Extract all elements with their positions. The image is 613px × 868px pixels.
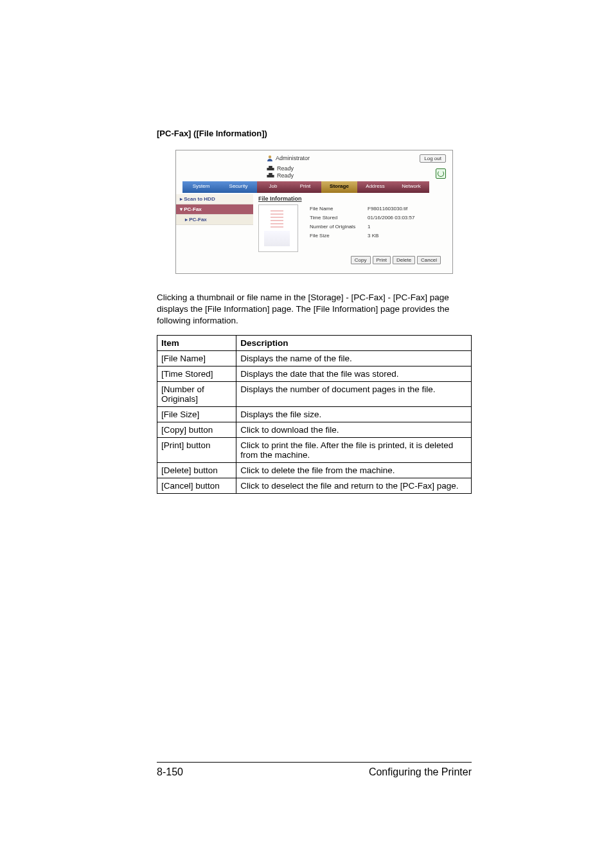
tab-job[interactable]: Job <box>257 181 289 193</box>
tab-print[interactable]: Print <box>289 181 321 193</box>
label-timestored: Time Stored <box>310 215 368 221</box>
body-paragraph: Clicking a thumbnail or file name in the… <box>157 292 472 327</box>
file-thumbnail[interactable] <box>258 204 298 252</box>
status-line-2: Ready <box>266 172 294 179</box>
printer-icon <box>266 165 275 172</box>
section-heading: [PC-Fax] ([File Information]) <box>157 129 472 138</box>
tab-system[interactable]: System <box>182 181 220 193</box>
logout-button[interactable]: Log out <box>420 154 446 163</box>
table-header-item: Item <box>157 335 236 350</box>
table-row: [File Name]Displays the name of the file… <box>157 350 472 366</box>
status-line-1: Ready <box>266 165 294 172</box>
label-filesize: File Size <box>310 233 368 239</box>
label-filename: File Name <box>310 206 368 212</box>
table-row: [File Size]Displays the file size. <box>157 406 472 422</box>
value-filename: F98011603030.tif <box>368 206 447 212</box>
cancel-button[interactable]: Cancel <box>417 256 441 264</box>
page-number: 8-150 <box>157 766 183 778</box>
table-row: [Number of Originals]Displays the number… <box>157 381 472 406</box>
page-footer: 8-150 Configuring the Printer <box>157 762 472 778</box>
value-filesize: 3 KB <box>368 233 447 239</box>
sidebar-item-scan[interactable]: ▸ Scan to HDD <box>176 194 253 204</box>
table-header-desc: Description <box>236 335 472 350</box>
refresh-icon[interactable] <box>436 168 446 179</box>
table-row: [Print] buttonClick to print the file. A… <box>157 437 472 462</box>
svg-point-0 <box>269 156 271 158</box>
tab-address[interactable]: Address <box>357 181 393 193</box>
table-row: [Time Stored]Displays the date that the … <box>157 366 472 381</box>
table-row: [Copy] buttonClick to download the file. <box>157 422 472 437</box>
tab-bar: System Security Job Print Storage Addres… <box>176 181 452 193</box>
copy-button[interactable]: Copy <box>351 256 371 264</box>
printer-icon <box>266 172 275 179</box>
sidebar-item-pcfax-sub[interactable]: ▸ PC-Fax <box>176 215 253 225</box>
tab-security[interactable]: Security <box>220 181 257 193</box>
content-title: File Information <box>258 195 447 202</box>
table-row: [Delete] buttonClick to delete the file … <box>157 462 472 478</box>
tab-network[interactable]: Network <box>393 181 429 193</box>
label-numoriginals: Number of Originals <box>310 224 368 230</box>
embedded-screenshot: Administrator Log out Ready Ready System… <box>175 150 453 274</box>
admin-label: Administrator <box>276 155 310 161</box>
sidebar: ▸ Scan to HDD ▾ PC-Fax ▸ PC-Fax <box>176 193 253 273</box>
tab-storage[interactable]: Storage <box>321 181 357 193</box>
section-title: Configuring the Printer <box>369 766 472 778</box>
info-table: Item Description [File Name]Displays the… <box>157 335 472 494</box>
admin-indicator: Administrator <box>266 154 310 162</box>
value-numoriginals: 1 <box>368 224 447 230</box>
print-button[interactable]: Print <box>373 256 391 264</box>
table-row: [Cancel] buttonClick to deselect the fil… <box>157 478 472 493</box>
sidebar-item-pcfax[interactable]: ▾ PC-Fax <box>176 204 253 215</box>
value-timestored: 01/16/2006 03:03:57 <box>368 215 447 221</box>
delete-button[interactable]: Delete <box>393 256 415 264</box>
user-icon <box>266 154 274 162</box>
